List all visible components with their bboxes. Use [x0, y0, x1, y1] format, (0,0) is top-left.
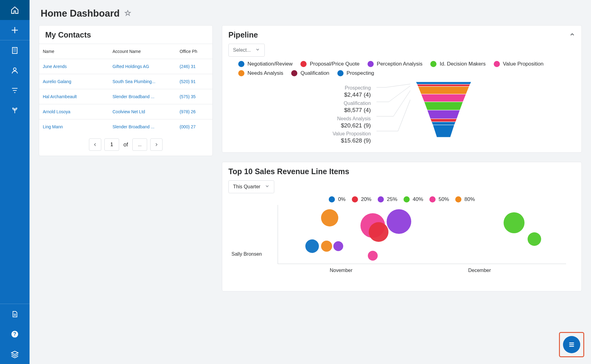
legend-label: 50% [439, 196, 449, 202]
y-axis-label: Sally Bronsen [231, 251, 262, 257]
bubble-legend: 0% 20% 25% 40% 50% 80% [228, 196, 575, 202]
timeframe-select[interactable]: This Quarter [228, 180, 274, 193]
legend-item: 20% [352, 196, 372, 202]
legend-label: 20% [361, 196, 372, 202]
document-icon [11, 310, 18, 318]
funnel-value: $20,621 (9) [332, 122, 371, 129]
bubble-point [368, 251, 378, 261]
pager-page-input[interactable] [104, 138, 119, 151]
legend-label: Id. Decision Makers [440, 61, 485, 67]
svg-marker-12 [433, 125, 454, 137]
legend-swatch [430, 61, 436, 67]
card-title-contacts: My Contacts [45, 30, 91, 39]
legend-label: Value Proposition [503, 61, 544, 67]
col-header-account[interactable]: Account Name [109, 44, 176, 59]
legend-swatch [494, 61, 500, 67]
legend-label: 80% [464, 196, 475, 202]
fab-menu-button[interactable] [563, 336, 580, 353]
chevron-down-icon [255, 47, 260, 53]
nav-help[interactable]: ? [0, 324, 30, 344]
legend-item: Prospecting [337, 70, 374, 76]
sprout-icon [11, 107, 18, 114]
svg-text:?: ? [13, 331, 16, 337]
legend-swatch [238, 70, 244, 76]
account-link[interactable]: Slender Broadband ... [112, 94, 154, 99]
legend-label: Proposal/Price Quote [310, 61, 360, 67]
legend-label: Needs Analysis [247, 70, 283, 76]
contact-name-link[interactable]: Ling Mann [43, 124, 63, 129]
bubble-point [333, 241, 343, 251]
fab-highlight [559, 332, 584, 357]
legend-swatch [378, 196, 384, 202]
legend-item: 25% [378, 196, 397, 202]
contact-name-link[interactable]: Aurelio Galang [43, 79, 71, 84]
funnel-shape [416, 82, 471, 139]
legend-swatch [404, 196, 410, 202]
legend-label: Qualification [300, 70, 329, 76]
phone-link[interactable]: (575) 35 [179, 94, 195, 99]
phone-link[interactable]: (520) 91 [179, 79, 195, 84]
phone-link[interactable]: (978) 26 [179, 109, 195, 114]
contacts-table: Name Account Name Office Ph June Arends … [39, 44, 212, 134]
x-axis [278, 264, 566, 264]
bubble-point [504, 212, 525, 233]
page-title: Home Dashboard [41, 8, 120, 19]
legend-item: Needs Analysis [238, 70, 283, 76]
nav-documents[interactable] [0, 304, 30, 324]
svg-point-1 [14, 68, 16, 70]
pipeline-legend: Negotiation/Review Proposal/Price Quote … [238, 61, 575, 76]
legend-swatch [368, 61, 374, 67]
funnel-value: $2,447 (4) [332, 91, 371, 98]
page-header: Home Dashboard [39, 8, 582, 19]
pager-of-label: of [122, 142, 129, 148]
table-row: Ling Mann Slender Broadband ... (000) 27 [39, 119, 212, 134]
legend-item: 40% [404, 196, 423, 202]
pipeline-select[interactable]: Select... [228, 44, 265, 57]
legend-item: Perception Analysis [368, 61, 422, 67]
chevron-down-icon [265, 184, 270, 190]
pager-next-button[interactable] [150, 138, 163, 151]
favorite-star-icon[interactable] [124, 10, 131, 18]
menu-icon [568, 341, 576, 349]
nav-leads[interactable] [0, 100, 30, 120]
svg-marker-6 [418, 86, 469, 94]
collapse-toggle[interactable] [569, 31, 575, 38]
nav-home[interactable] [0, 0, 30, 20]
nav-accounts[interactable] [0, 40, 30, 60]
chevron-up-icon [569, 31, 575, 38]
account-link[interactable]: South Sea Plumbing... [112, 79, 155, 84]
legend-swatch [300, 61, 307, 67]
phone-link[interactable]: (246) 31 [179, 64, 195, 69]
nav-create[interactable] [0, 20, 30, 40]
col-header-name[interactable]: Name [39, 44, 109, 59]
bubble-point [305, 239, 319, 253]
pager: of ... [39, 134, 212, 156]
account-link[interactable]: Gifted Holdings AG [112, 64, 149, 69]
contact-name-link[interactable]: Arnold Losoya [43, 109, 70, 114]
account-link[interactable]: Coolview Net Ltd [112, 109, 145, 114]
legend-item: Proposal/Price Quote [300, 61, 360, 67]
funnel-value: $8,577 (4) [332, 106, 371, 114]
svg-marker-4 [416, 82, 471, 84]
funnel-labels: Prospecting$2,447 (4) Qualification$8,57… [332, 82, 371, 146]
pager-prev-button[interactable] [89, 138, 101, 151]
legend-label: Negotiation/Review [247, 61, 292, 67]
phone-link[interactable]: (000) 27 [179, 124, 195, 129]
legend-label: Prospecting [347, 70, 374, 76]
svg-rect-0 [12, 47, 17, 54]
col-header-phone[interactable]: Office Ph [176, 44, 212, 59]
nav-filter[interactable] [0, 80, 30, 100]
layers-icon [11, 350, 19, 358]
chevron-left-icon [93, 142, 97, 147]
contact-name-link[interactable]: Hal Archambeault [43, 94, 77, 99]
sales-items-card: Top 10 Sales Revenue Line Items This Qua… [222, 162, 582, 291]
x-tick-label: November [330, 268, 352, 273]
nav-stack[interactable] [0, 344, 30, 364]
legend-label: 40% [413, 196, 423, 202]
bubble-point [387, 209, 411, 234]
contact-name-link[interactable]: June Arends [43, 64, 67, 69]
funnel-stage: Value Proposition [332, 131, 371, 137]
account-link[interactable]: Slender Broadband ... [112, 124, 154, 129]
nav-contacts[interactable] [0, 60, 30, 80]
bubble-chart: Sally Bronsen November December [228, 205, 575, 285]
